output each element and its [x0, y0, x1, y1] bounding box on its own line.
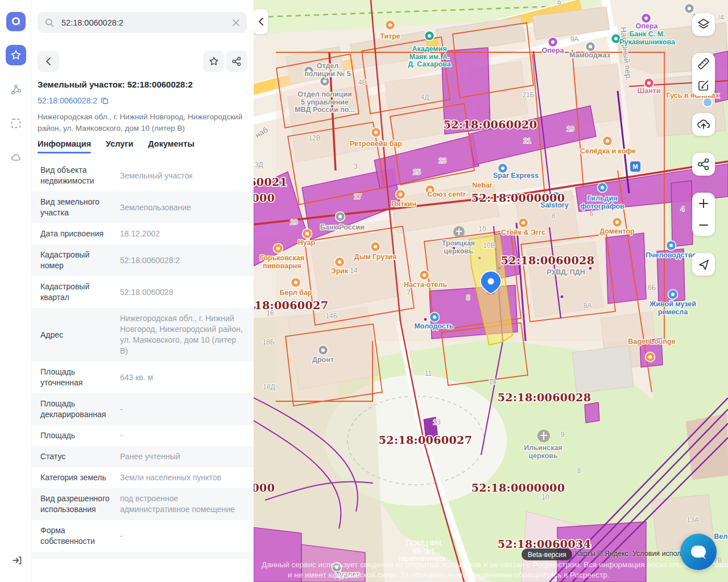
building-number: 6Б: [648, 284, 656, 292]
building-number: 14Б: [325, 312, 337, 320]
search-input[interactable]: [60, 18, 226, 28]
navigation-arrow-icon: [696, 257, 711, 272]
row-value: Землепользование: [120, 202, 245, 213]
building-number: /4: [718, 14, 724, 22]
star-icon: [10, 49, 22, 61]
table-row: Форма собственности-: [31, 520, 254, 552]
row-value: Земли населенных пунктов: [120, 472, 245, 483]
poi-label: церковь: [528, 452, 558, 460]
building-number: 13Д: [254, 161, 263, 169]
table-row: Площадь-: [31, 425, 254, 446]
poi-icon-glyph: [276, 247, 280, 250]
row-label: Адрес: [40, 330, 113, 340]
cadastral-quarter-label: 52:18:0060027: [254, 299, 328, 311]
poi-label: Пчеловодство: [646, 251, 697, 259]
row-value: 643 кв. м: [120, 372, 245, 383]
row-label: Вид разрешенного использования: [40, 493, 113, 515]
favorite-button[interactable]: [203, 51, 225, 72]
sidebar-item-objects[interactable]: [6, 79, 26, 99]
poi-icon-glyph: [428, 34, 431, 38]
row-label: Дата присвоения: [40, 228, 113, 239]
share-map-button[interactable]: [692, 153, 715, 176]
poi-icon-glyph: [388, 23, 392, 27]
poi-label: МВД России по...: [295, 106, 355, 114]
app-logo[interactable]: [6, 12, 26, 31]
back-button[interactable]: [38, 51, 59, 72]
row-value: -: [120, 430, 245, 441]
poi-label: Союз centr: [427, 190, 466, 198]
logout-button[interactable]: [9, 554, 23, 569]
copy-icon[interactable]: [101, 97, 109, 105]
search-bar[interactable]: [38, 12, 247, 33]
clear-search-icon[interactable]: [232, 19, 240, 27]
row-value: Земельный участок: [120, 171, 245, 181]
chat-button[interactable]: [680, 534, 717, 570]
cadastral-quarter-label: 52:18:0060000: [254, 192, 275, 204]
row-value: Нижегородская обл., г. Нижний Новгород, …: [120, 313, 245, 356]
poi-label: Baget Lounge: [628, 338, 675, 346]
poi-label: Опера: [542, 47, 565, 55]
cadastral-quarter-label: 52:18:0060020: [444, 118, 537, 131]
map-copyright[interactable]: Карты © Яндекс: [575, 550, 628, 558]
sidebar-item-selection[interactable]: [6, 113, 26, 134]
table-row: Дата присвоения18.12.2002: [31, 223, 254, 244]
cadastral-number-link[interactable]: 52:18:0060028:2: [38, 96, 97, 105]
tab-information[interactable]: Информация: [38, 139, 91, 153]
layers-button[interactable]: [692, 13, 715, 36]
poi-label: Д. Сахарова: [408, 60, 452, 68]
building-number: 21Б: [522, 91, 534, 99]
poi-label: Стейк & Эггс: [501, 228, 545, 236]
tab-bar: Информация Услуги Документы: [38, 139, 195, 153]
measure-button[interactable]: [692, 53, 715, 74]
tab-services[interactable]: Услуги: [106, 139, 133, 153]
cadastral-quarter-label: 52:18:0060028: [498, 391, 592, 404]
sidebar-item-cloud[interactable]: [6, 147, 26, 168]
row-label: Площадь уточненная: [40, 367, 113, 388]
table-row: АдресНижегородская обл., г. Нижний Новго…: [31, 308, 254, 361]
building-number: 4Б: [358, 78, 367, 86]
locate-me-button[interactable]: [692, 253, 715, 276]
beta-badge: Beta-версия: [522, 548, 572, 560]
poi-icon-glyph: [601, 186, 604, 189]
row-label: Статус: [40, 451, 113, 462]
building-number: 7: [407, 289, 411, 297]
tab-documents[interactable]: Документы: [148, 139, 195, 153]
info-table: Вид объекта недвижимостиЗемельный участо…: [31, 160, 254, 559]
cloud-upload-icon: [696, 117, 712, 132]
cadastral-quarter-label: 52:18:0060021: [254, 176, 287, 188]
table-row: Кадастровый квартал52:18:0060028: [31, 276, 254, 308]
poi-label: РУВД, ПДН: [547, 268, 585, 276]
logout-icon: [9, 554, 23, 567]
left-icon-rail: [0, 0, 32, 582]
poi-label: Дронт: [312, 356, 334, 364]
zoom-out-button[interactable]: [692, 214, 715, 236]
building-number: 21: [523, 137, 531, 145]
poi-label: Велес: [714, 533, 728, 541]
poi-label: Молодость: [414, 322, 453, 330]
table-row: Вид объекта недвижимостиЗемельный участо…: [31, 160, 254, 192]
sidebar-item-favorites[interactable]: [6, 45, 26, 65]
row-label: Площадь: [40, 430, 113, 441]
draw-button[interactable]: [692, 74, 715, 96]
minus-icon: [698, 219, 709, 231]
building-number: 3: [354, 163, 358, 171]
row-label: Вид земельного участка: [40, 197, 113, 218]
row-value: 52:18:0060028:2: [120, 255, 245, 266]
collapse-panel-button[interactable]: [254, 9, 268, 34]
share-button[interactable]: [226, 51, 247, 72]
poi-icon-glyph: [374, 245, 377, 248]
star-icon: [208, 56, 220, 67]
upload-button[interactable]: [692, 113, 715, 136]
row-label: Вид объекта недвижимости: [40, 165, 113, 186]
poi-label: Банк С. М.: [629, 30, 665, 38]
poi-label: Академия: [412, 45, 446, 53]
building-number: 10: [489, 378, 497, 386]
zoom-in-button[interactable]: [692, 193, 715, 214]
row-label: Форма собственности: [40, 525, 113, 547]
search-icon: [44, 18, 55, 28]
row-value: 52:18:0060028: [120, 287, 245, 298]
building-number: 18Б: [262, 338, 274, 346]
poi-label: Ильинская: [524, 444, 562, 452]
poi-icon-glyph: [614, 37, 618, 40]
map-canvas[interactable]: 99А/421Б192125272913Д12В4Б4Д2331010В8646…: [254, 0, 728, 582]
